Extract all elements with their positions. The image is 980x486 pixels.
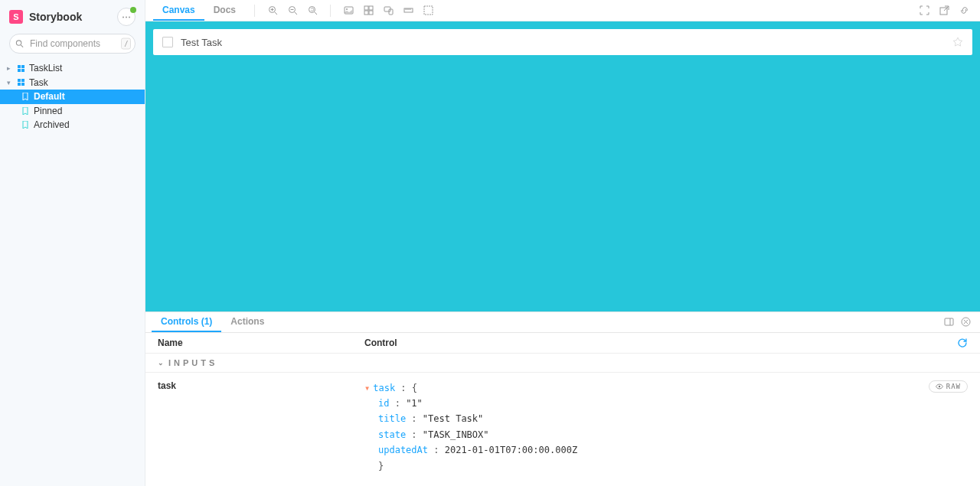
background-button[interactable] [340,2,357,19]
svg-line-18 [295,12,297,15]
copy-link-button[interactable] [956,2,972,19]
sidebar-item-tasklist[interactable]: ▸ TaskList [0,61,145,76]
sidebar-item-archived[interactable]: Archived [0,118,145,132]
sidebar-item-label: Pinned [34,106,62,116]
column-control: Control [364,338,957,348]
link-icon [959,5,969,15]
zoom-reset-button[interactable] [304,2,321,19]
svg-rect-35 [424,6,433,15]
sidebar-item-label: TaskList [29,63,62,73]
svg-rect-37 [945,318,953,325]
svg-rect-11 [18,83,21,86]
tab-canvas[interactable]: Canvas [153,0,204,21]
svg-line-4 [21,45,23,47]
component-icon [17,79,24,86]
tab-controls[interactable]: Controls (1) [152,312,221,332]
fullscreen-icon [920,5,929,15]
zoom-in-icon [268,5,278,15]
search-input[interactable] [9,34,136,54]
chevron-down-icon: ⌄ [158,359,164,367]
toolbar-separator [254,5,255,17]
controls-header: Name Control [145,333,980,354]
brand-name: Storybook [29,11,111,23]
sidebar: S Storybook / ▸ TaskList ▾ [0,0,145,486]
control-row-task: task RAW ▾task : { id : "1" title : "Tes… [145,373,980,486]
svg-rect-8 [21,69,24,72]
task-pin-button[interactable] [952,37,963,47]
story-icon [21,121,29,129]
raw-toggle-button[interactable]: RAW [929,380,968,393]
reset-controls-button[interactable] [957,338,968,348]
story-icon [21,107,29,115]
zoom-reset-icon [308,5,318,15]
ellipsis-icon [122,16,131,18]
zoom-out-button[interactable] [284,2,301,19]
toolbar-separator [330,5,331,17]
task-title: Test Task [181,37,945,48]
svg-rect-26 [364,11,368,15]
svg-rect-7 [18,69,21,72]
sidebar-header: S Storybook [0,0,145,34]
search-shortcut: / [121,38,131,50]
raw-label: RAW [946,383,961,390]
svg-rect-27 [369,11,373,15]
svg-line-21 [315,12,317,15]
image-icon [344,5,354,15]
addons-orientation-button[interactable] [940,314,957,331]
sidebar-item-task[interactable]: ▾ Task [0,76,145,90]
viewport-button[interactable] [380,2,397,19]
svg-point-3 [16,41,21,45]
grid-icon [364,5,374,15]
main: Canvas Docs Test Task [145,0,980,486]
svg-rect-10 [21,79,24,82]
story-icon [21,93,29,100]
addons-close-button[interactable] [957,314,974,331]
tab-actions[interactable]: Actions [221,312,273,332]
section-label: INPUTS [168,358,217,367]
close-icon [961,317,971,327]
grid-button[interactable] [360,2,377,19]
svg-point-23 [346,8,348,10]
main-tabs: Canvas Docs [153,0,245,21]
task-checkbox[interactable] [162,37,173,47]
collapse-icon[interactable]: ▾ [364,383,370,393]
sidebar-item-pinned[interactable]: Pinned [0,104,145,119]
refresh-icon [957,338,968,348]
addons-panel: Controls (1) Actions Name Control ⌄ INPU… [145,311,980,486]
svg-line-14 [275,12,277,15]
viewport-icon [384,5,394,15]
measure-button[interactable] [400,2,416,19]
outline-button[interactable] [420,2,436,19]
storybook-logo: S [9,10,23,24]
sidebar-item-default[interactable]: Default [0,90,145,104]
open-canvas-button[interactable] [936,2,952,19]
zoom-in-button[interactable] [264,2,281,19]
svg-point-20 [309,7,315,13]
component-icon [17,64,24,72]
search-icon [15,40,24,48]
svg-point-2 [129,16,130,18]
svg-rect-25 [369,6,373,10]
search-box: / [9,34,136,54]
addons-tabs: Controls (1) Actions [145,312,980,333]
eye-icon [936,383,943,390]
json-tree: ▾task : { id : "1" title : "Test Task" s… [364,380,968,474]
section-inputs[interactable]: ⌄ INPUTS [145,354,980,373]
toolbar: Canvas Docs [145,0,980,21]
control-value[interactable]: RAW ▾task : { id : "1" title : "Test Tas… [364,380,968,474]
zoom-out-icon [288,5,298,15]
outline-icon [423,5,433,15]
sidebar-icon [944,317,954,327]
control-name: task [158,380,364,391]
fullscreen-button[interactable] [916,2,933,19]
tab-docs[interactable]: Docs [204,0,245,21]
svg-rect-5 [18,65,21,68]
svg-rect-9 [18,79,21,82]
sidebar-item-label: Task [29,77,48,88]
caret-down-icon: ▾ [5,79,12,86]
ruler-icon [403,5,413,15]
task-card: Test Task [153,29,972,55]
svg-rect-6 [21,65,24,68]
caret-right-icon: ▸ [5,64,12,72]
sidebar-menu-button[interactable] [117,8,136,26]
